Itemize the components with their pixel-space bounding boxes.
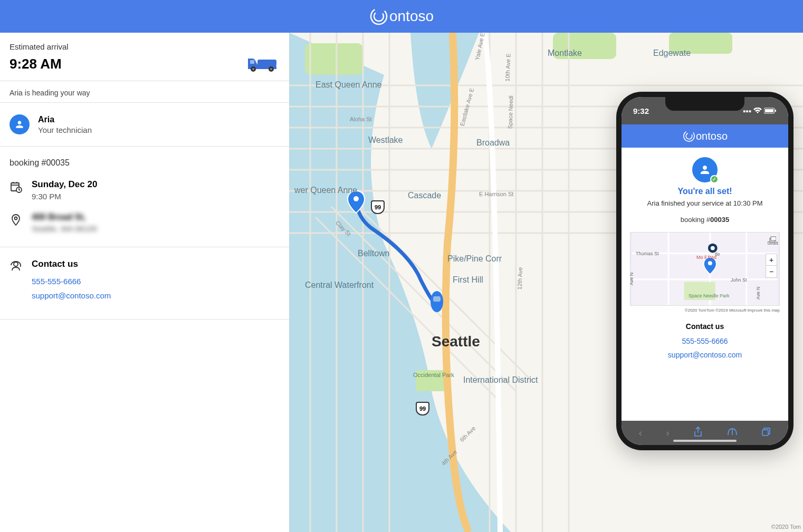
contact-title: Contact us xyxy=(32,259,111,269)
location-pin-icon xyxy=(9,214,22,226)
battery-icon xyxy=(764,107,777,115)
booking-address-line2: Seattle, WA 98109 xyxy=(32,224,97,233)
phone-contact-email-link[interactable]: support@contoso.com xyxy=(630,351,780,359)
tracking-sidebar: Estimated arrival 9:28 AM Aria is headin… xyxy=(0,33,289,532)
tabs-icon[interactable] xyxy=(761,427,771,439)
svg-point-13 xyxy=(15,217,17,220)
tracking-map[interactable]: East Queen Anne wer Queen Anne Westlake … xyxy=(289,33,803,532)
svg-rect-19 xyxy=(416,370,447,391)
phone-avatar-icon xyxy=(692,157,718,182)
highway-shield: 99 xyxy=(371,200,385,214)
brand-logo: ontoso xyxy=(369,7,434,26)
svg-point-1 xyxy=(372,10,386,23)
wifi-icon xyxy=(753,107,762,115)
svg-rect-44 xyxy=(775,110,776,112)
bookmarks-icon[interactable] xyxy=(727,428,738,439)
booking-number: booking #00035 xyxy=(9,158,280,168)
svg-point-0 xyxy=(369,7,388,26)
minimap-zoom-controls: + − xyxy=(766,254,777,278)
back-icon[interactable]: ‹ xyxy=(639,428,642,439)
svg-rect-59 xyxy=(762,430,768,436)
zoom-out-button[interactable]: − xyxy=(766,266,777,277)
technician-name: Aria xyxy=(38,115,92,124)
contact-phone-link[interactable]: 555-555-6666 xyxy=(32,277,111,286)
svg-point-14 xyxy=(14,262,18,266)
phone-mockup: 9:32 ▪▪▪ ontoso xyxy=(616,92,794,450)
svg-point-45 xyxy=(682,129,696,143)
booking-section: booking #00035 Sunday, Dec 20 9:30 PM 40… xyxy=(0,147,289,247)
logo-c-icon xyxy=(369,7,388,26)
signal-icon: ▪▪▪ xyxy=(743,107,751,115)
svg-rect-7 xyxy=(250,60,254,64)
share-icon[interactable] xyxy=(693,427,703,440)
technician-role: Your technician xyxy=(38,125,92,134)
van-icon xyxy=(246,54,280,73)
svg-rect-6 xyxy=(257,60,276,66)
contact-section: Contact us 555-555-6666 support@contoso.… xyxy=(0,247,289,320)
svg-point-5 xyxy=(270,68,272,70)
status-text: Aria is heading your way xyxy=(0,81,289,103)
phone-contact-title: Contact us xyxy=(630,322,780,331)
headset-icon xyxy=(9,260,22,273)
layers-icon[interactable] xyxy=(769,236,776,243)
technician-avatar-icon xyxy=(9,114,30,134)
checkmark-icon xyxy=(710,175,719,183)
phone-booking-number: booking #00035 xyxy=(630,216,780,224)
app-header: ontoso xyxy=(0,0,803,33)
forward-icon[interactable]: › xyxy=(666,428,669,439)
brand-text: ontoso xyxy=(389,8,434,25)
svg-rect-17 xyxy=(553,33,616,59)
phone-contact-phone-link[interactable]: 555-555-6666 xyxy=(630,337,780,345)
phone-home-indicator[interactable] xyxy=(673,440,737,442)
phone-minimap[interactable]: Thomas St John St Space Needle Park Ave … xyxy=(630,232,780,306)
eta-label: Estimated arrival xyxy=(9,42,280,51)
phone-content: You're all set! Aria finished your servi… xyxy=(622,148,788,421)
booking-address-line1: 400 Broad St, xyxy=(32,212,97,222)
svg-point-56 xyxy=(708,261,712,265)
technician-card: Aria Your technician xyxy=(0,103,289,147)
booking-date: Sunday, Dec 20 xyxy=(32,179,97,190)
zoom-in-button[interactable]: + xyxy=(766,254,777,266)
svg-rect-58 xyxy=(771,237,776,240)
phone-completion-desc: Aria finished your service at 10:30 PM xyxy=(630,199,780,207)
phone-completion-title: You're all set! xyxy=(630,187,780,196)
phone-brand-logo: ontoso xyxy=(682,129,728,143)
eta-time: 9:28 AM xyxy=(9,56,62,72)
svg-rect-16 xyxy=(305,43,363,75)
svg-point-39 xyxy=(353,196,359,201)
minimap-attribution: ©2020 TomTom ©2019 Microsoft Improve thi… xyxy=(630,308,780,313)
booking-time: 9:30 PM xyxy=(32,192,97,201)
svg-point-55 xyxy=(711,246,715,250)
contact-email-link[interactable]: support@contoso.com xyxy=(32,291,111,300)
phone-clock: 9:32 xyxy=(633,107,649,115)
phone-notch xyxy=(665,97,744,111)
highway-shield: 99 xyxy=(416,402,429,415)
svg-rect-41 xyxy=(433,296,441,302)
svg-point-3 xyxy=(252,68,254,70)
svg-point-46 xyxy=(685,132,693,140)
phone-app-header: ontoso xyxy=(622,124,788,148)
calendar-icon xyxy=(9,180,22,193)
svg-rect-18 xyxy=(669,33,732,54)
svg-rect-43 xyxy=(765,109,773,112)
